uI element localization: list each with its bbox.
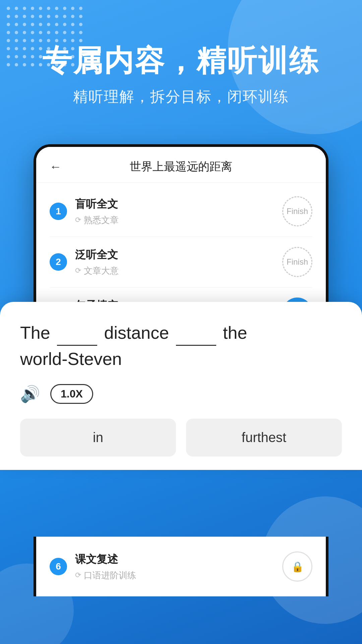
lesson-action-lock-6: 🔒 bbox=[282, 551, 312, 582]
lesson-number-6: 6 bbox=[50, 558, 67, 575]
choice-in[interactable]: in bbox=[20, 419, 176, 457]
lesson-desc-6: ⟳ 口语进阶训练 bbox=[75, 570, 282, 581]
volume-icon[interactable]: 🔊 bbox=[20, 385, 40, 404]
decorative-dot bbox=[47, 15, 50, 18]
decorative-dot bbox=[23, 39, 26, 42]
decorative-dot bbox=[39, 39, 42, 42]
sentence-word-distance: distance bbox=[104, 323, 169, 342]
lesson-content-2: 泛听全文 ⟳ 文章大意 bbox=[75, 248, 282, 277]
decorative-dot bbox=[71, 31, 74, 34]
lesson-item-2: 2 泛听全文 ⟳ 文章大意 Finish bbox=[50, 237, 312, 287]
phone-screen-title: 世界上最遥远的距离 bbox=[68, 159, 294, 174]
lesson-desc-icon-6: ⟳ bbox=[75, 571, 81, 580]
decorative-dot bbox=[23, 23, 26, 26]
lesson-number-1: 1 bbox=[50, 203, 67, 220]
decorative-dot bbox=[31, 39, 34, 42]
blank-1 bbox=[57, 319, 97, 346]
decorative-dot bbox=[63, 31, 66, 34]
sentence-word-world-steven: world-Steven bbox=[20, 349, 122, 369]
decorative-dot bbox=[71, 7, 74, 10]
lesson-name-6: 课文复述 bbox=[75, 552, 282, 567]
lesson-action-finish-1[interactable]: Finish bbox=[282, 196, 312, 226]
decorative-dot bbox=[71, 15, 74, 18]
lesson-action-finish-2[interactable]: Finish bbox=[282, 247, 312, 277]
decorative-dot bbox=[79, 31, 82, 34]
lesson-desc-2: ⟳ 文章大意 bbox=[75, 265, 282, 277]
lesson-desc-icon-2: ⟳ bbox=[75, 266, 81, 275]
decorative-dot bbox=[39, 23, 42, 26]
sentence-display: The distance the world-Steven bbox=[20, 319, 342, 372]
decorative-dot bbox=[15, 39, 18, 42]
decorative-dot bbox=[79, 7, 82, 10]
decorative-dot bbox=[63, 39, 66, 42]
decorative-dot bbox=[7, 7, 10, 10]
decorative-dot bbox=[55, 31, 58, 34]
lesson-desc-icon-1: ⟳ bbox=[75, 216, 81, 224]
decorative-dot bbox=[63, 15, 66, 18]
decorative-dot bbox=[23, 31, 26, 34]
decorative-dot bbox=[31, 23, 34, 26]
decorative-dot bbox=[71, 23, 74, 26]
decorative-dot bbox=[15, 7, 18, 10]
header-section: 专属内容，精听训练 精听理解，拆分目标，闭环训练 bbox=[0, 44, 362, 107]
word-choices: in furthest bbox=[20, 419, 342, 457]
decorative-dot bbox=[47, 23, 50, 26]
decorative-dot bbox=[63, 7, 66, 10]
decorative-dot bbox=[79, 15, 82, 18]
decorative-dot bbox=[55, 15, 58, 18]
blank-2 bbox=[176, 319, 216, 346]
decorative-dot bbox=[39, 7, 42, 10]
back-button[interactable]: ← bbox=[50, 160, 62, 174]
fill-blank-card: The distance the world-Steven 🔊 1.0X in … bbox=[0, 302, 362, 470]
lesson-item-1: 1 盲听全文 ⟳ 熟悉文章 Finish bbox=[50, 186, 312, 237]
decorative-dot bbox=[47, 39, 50, 42]
bottom-phone-section: 6 课文复述 ⟳ 口语进阶训练 🔒 bbox=[34, 537, 328, 596]
sub-title: 精听理解，拆分目标，闭环训练 bbox=[0, 87, 362, 107]
decorative-dot bbox=[63, 23, 66, 26]
decorative-dot bbox=[31, 7, 34, 10]
lesson-name-1: 盲听全文 bbox=[75, 197, 282, 212]
lesson-content-6: 课文复述 ⟳ 口语进阶训练 bbox=[75, 552, 282, 581]
decorative-dot bbox=[7, 31, 10, 34]
decorative-dot bbox=[55, 39, 58, 42]
lesson-number-2: 2 bbox=[50, 253, 67, 271]
lesson-name-2: 泛听全文 bbox=[75, 248, 282, 262]
decorative-dot bbox=[7, 39, 10, 42]
decorative-dot bbox=[71, 39, 74, 42]
decorative-dot bbox=[39, 15, 42, 18]
decorative-dot bbox=[79, 23, 82, 26]
decorative-dot bbox=[31, 31, 34, 34]
decorative-dot bbox=[23, 15, 26, 18]
sentence-word-the2: the bbox=[223, 323, 247, 342]
decorative-dot bbox=[55, 23, 58, 26]
choice-furthest[interactable]: furthest bbox=[186, 419, 342, 457]
decorative-dot bbox=[47, 31, 50, 34]
decorative-dot bbox=[31, 15, 34, 18]
sentence-word-the: The bbox=[20, 323, 50, 342]
decorative-dot bbox=[23, 7, 26, 10]
decorative-dot bbox=[7, 15, 10, 18]
lesson-desc-1: ⟳ 熟悉文章 bbox=[75, 214, 282, 226]
decorative-dot bbox=[47, 7, 50, 10]
card-controls: 🔊 1.0X bbox=[20, 384, 342, 404]
decorative-dot bbox=[79, 39, 82, 42]
decorative-dot bbox=[15, 15, 18, 18]
lesson-content-1: 盲听全文 ⟳ 熟悉文章 bbox=[75, 197, 282, 226]
decorative-dot bbox=[39, 31, 42, 34]
decorative-dot bbox=[55, 7, 58, 10]
lesson-item-6: 6 课文复述 ⟳ 口语进阶训练 🔒 bbox=[50, 543, 312, 590]
decorative-dot bbox=[15, 23, 18, 26]
decorative-dot bbox=[15, 31, 18, 34]
main-title: 专属内容，精听训练 bbox=[0, 44, 362, 77]
bottom-peek: 6 课文复述 ⟳ 口语进阶训练 🔒 bbox=[0, 537, 362, 596]
speed-badge[interactable]: 1.0X bbox=[50, 384, 93, 404]
decorative-dot bbox=[7, 23, 10, 26]
phone-topbar: ← 世界上最遥远的距离 bbox=[36, 147, 326, 183]
